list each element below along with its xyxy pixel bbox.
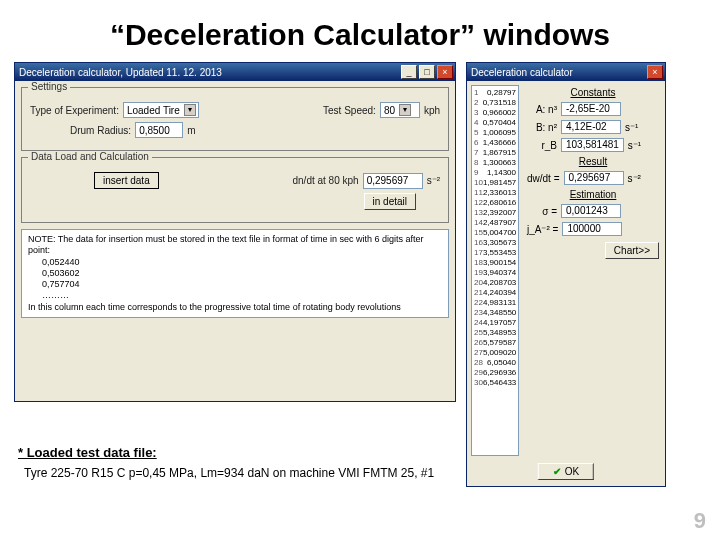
list-item: 81,300663	[474, 158, 516, 168]
list-item: 265,579587	[474, 338, 516, 348]
data-list[interactable]: 10,2879720,73151830,96600240,57040451,00…	[471, 85, 519, 456]
footer-detail: Tyre 225-70 R15 C p=0,45 MPa, Lm=934 daN…	[24, 466, 434, 480]
speed-unit: kph	[424, 105, 440, 116]
list-item: 214,240394	[474, 288, 516, 298]
result-head: Result	[527, 156, 659, 167]
speed-combo[interactable]: 80 ▾	[380, 102, 420, 118]
slide-title: “Deceleration Calculator” windows	[0, 18, 720, 52]
list-item: 101,981457	[474, 178, 516, 188]
list-item: 224,983131	[474, 298, 516, 308]
list-item: 20,731518	[474, 98, 516, 108]
constants-panel: Constants A: n³-2,65E-20 B: n²4,12E-02s⁻…	[527, 85, 659, 259]
list-item: 30,966002	[474, 108, 516, 118]
list-item: 112,336013	[474, 188, 516, 198]
list-item: 61,436666	[474, 138, 516, 148]
dv-label: dn/dt at 80 kph	[292, 175, 358, 186]
in-detail-button[interactable]: in detail	[364, 193, 416, 210]
c-label: r_B	[527, 140, 557, 151]
sigma-value: 0,001243	[561, 204, 621, 218]
chart-button[interactable]: Chart>>	[605, 242, 659, 259]
sub-window: Deceleration calculator × 10,2879720,731…	[466, 62, 666, 487]
list-item: 193,940374	[474, 268, 516, 278]
dv-output	[363, 173, 423, 189]
chevron-down-icon[interactable]: ▾	[399, 104, 411, 116]
dv-unit: s⁻²	[427, 175, 440, 186]
note-l3: 0,757704	[42, 279, 442, 290]
a-value: -2,65E-20	[561, 102, 621, 116]
list-item: 51,006095	[474, 128, 516, 138]
list-item: 71,867915	[474, 148, 516, 158]
list-item: 91,14300	[474, 168, 516, 178]
list-item: 163,305673	[474, 238, 516, 248]
list-item: 275,009020	[474, 348, 516, 358]
close-icon[interactable]: ×	[437, 65, 453, 79]
settings-legend: Settings	[28, 81, 70, 92]
dw-value: 0,295697	[564, 171, 624, 185]
b-label: B: n²	[527, 122, 557, 133]
radius-unit: m	[187, 125, 195, 136]
list-item: 234,348550	[474, 308, 516, 318]
b-unit: s⁻¹	[625, 122, 638, 133]
note-head: NOTE: The data for insertion must be sto…	[28, 234, 442, 257]
main-window: Deceleration calculator, Updated 11. 12.…	[14, 62, 456, 402]
note-box: NOTE: The data for insertion must be sto…	[21, 229, 449, 318]
list-item: 173,553453	[474, 248, 516, 258]
note-l1: 0,052440	[42, 257, 442, 268]
sigma-label: σ =	[527, 206, 557, 217]
radius-input[interactable]	[135, 122, 183, 138]
chevron-down-icon[interactable]: ▾	[184, 104, 196, 116]
footer-label: * Loaded test data file:	[18, 445, 157, 460]
constants-head: Constants	[527, 87, 659, 98]
list-item: 132,392007	[474, 208, 516, 218]
type-combo[interactable]: Loaded Tire ▾	[123, 102, 199, 118]
ok-button[interactable]: OK	[538, 463, 594, 480]
list-item: 306,546433	[474, 378, 516, 388]
page-number: 9	[694, 508, 706, 534]
data-load-legend: Data Load and Calculation	[28, 151, 152, 162]
note-dots: ………	[42, 290, 442, 301]
type-label: Type of Experiment:	[30, 105, 119, 116]
list-item: 204,208703	[474, 278, 516, 288]
dw-unit: s⁻²	[628, 173, 641, 184]
list-item: 183,900154	[474, 258, 516, 268]
windows-canvas: Deceleration calculator, Updated 11. 12.…	[0, 62, 720, 502]
radius-label: Drum Radius:	[70, 125, 131, 136]
minimize-icon[interactable]: _	[401, 65, 417, 79]
settings-group: Settings Type of Experiment: Loaded Tire…	[21, 87, 449, 151]
maximize-icon[interactable]: □	[419, 65, 435, 79]
insert-data-button[interactable]: insert data	[94, 172, 159, 189]
b-value: 4,12E-02	[561, 120, 621, 134]
data-load-group: Data Load and Calculation insert data dn…	[21, 157, 449, 223]
list-item: 40,570404	[474, 118, 516, 128]
list-item: 296,296936	[474, 368, 516, 378]
c-unit: s⁻¹	[628, 140, 641, 151]
note-l2: 0,503602	[42, 268, 442, 279]
dw-label: dw/dt =	[527, 173, 560, 184]
sub-titlebar: Deceleration calculator ×	[467, 63, 665, 81]
list-item: 122,680616	[474, 198, 516, 208]
estimation-head: Estimation	[527, 189, 659, 200]
close-icon[interactable]: ×	[647, 65, 663, 79]
type-value: Loaded Tire	[127, 105, 180, 116]
list-item: 10,28797	[474, 88, 516, 98]
c-value: 103,581481	[561, 138, 624, 152]
list-item: 244,197057	[474, 318, 516, 328]
speed-value: 80	[384, 105, 395, 116]
list-item: 142,487907	[474, 218, 516, 228]
note-foot: In this column each time corresponds to …	[28, 302, 442, 313]
list-item: 286,05040	[474, 358, 516, 368]
list-item: 255,348953	[474, 328, 516, 338]
main-titlebar: Deceleration calculator, Updated 11. 12.…	[15, 63, 455, 81]
speed-label: Test Speed:	[323, 105, 376, 116]
list-item: 155,004700	[474, 228, 516, 238]
j-label: j_A⁻² =	[527, 224, 558, 235]
sub-window-title: Deceleration calculator	[471, 67, 573, 78]
a-label: A: n³	[527, 104, 557, 115]
j-value: 100000	[562, 222, 622, 236]
main-window-title: Deceleration calculator, Updated 11. 12.…	[19, 67, 222, 78]
